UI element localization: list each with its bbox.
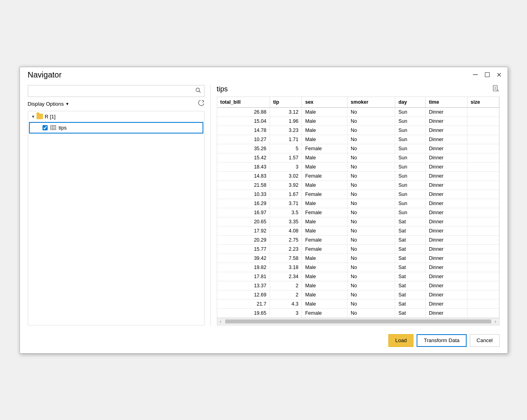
cell-sex: Male bbox=[302, 180, 347, 190]
cell-smoker: No bbox=[347, 299, 395, 308]
cell-tip: 2 bbox=[270, 290, 302, 299]
cell-time: Dinner bbox=[425, 308, 467, 317]
window-controls: ✕ bbox=[472, 71, 503, 78]
minimize-button[interactable] bbox=[472, 71, 479, 78]
cell-sex: Male bbox=[302, 281, 347, 290]
display-options-button[interactable]: Display Options ▼ bbox=[28, 101, 69, 107]
cell-sex: Male bbox=[302, 290, 347, 299]
table-row: 21.74.3MaleNoSatDinner bbox=[217, 299, 499, 308]
cell-smoker: No bbox=[347, 144, 395, 153]
table-row: 14.783.23MaleNoSunDinner bbox=[217, 126, 499, 135]
cell-day: Sun bbox=[395, 126, 426, 135]
cell-time: Dinner bbox=[425, 281, 467, 290]
cell-time: Dinner bbox=[425, 162, 467, 171]
svg-rect-1 bbox=[485, 73, 489, 77]
col-day: day bbox=[395, 97, 426, 108]
cell-size bbox=[467, 107, 499, 116]
transform-data-button[interactable]: Transform Data bbox=[417, 334, 467, 347]
cell-total_bill: 39.42 bbox=[217, 254, 270, 263]
svg-point-2 bbox=[196, 88, 199, 92]
cell-day: Sat bbox=[395, 272, 426, 281]
navigator-window: Navigator ✕ bbox=[19, 67, 508, 354]
cell-total_bill: 10.33 bbox=[217, 190, 270, 199]
cell-day: Sun bbox=[395, 190, 426, 199]
horizontal-scrollbar[interactable]: ‹ › bbox=[217, 318, 499, 325]
cell-total_bill: 20.29 bbox=[217, 235, 270, 244]
table-row: 10.271.71MaleNoSunDinner bbox=[217, 135, 499, 144]
preview-action-icon[interactable] bbox=[492, 85, 500, 93]
cell-total_bill: 16.97 bbox=[217, 208, 270, 217]
cell-size bbox=[467, 116, 499, 126]
table-icon bbox=[50, 125, 56, 130]
table-row: 35.265FemaleNoSunDinner bbox=[217, 144, 499, 153]
content-area: Display Options ▼ ▼ R [1] bbox=[20, 81, 508, 329]
cell-size bbox=[467, 299, 499, 308]
cell-day: Sun bbox=[395, 171, 426, 180]
cell-tip: 3.12 bbox=[270, 107, 302, 116]
cell-tip: 3 bbox=[270, 162, 302, 171]
cell-smoker: No bbox=[347, 308, 395, 317]
tree-group: ▼ R [1] bbox=[28, 111, 204, 135]
cell-smoker: No bbox=[347, 226, 395, 235]
cell-total_bill: 17.92 bbox=[217, 226, 270, 235]
search-input[interactable] bbox=[28, 86, 192, 95]
cell-smoker: No bbox=[347, 190, 395, 199]
tree-child-tips[interactable]: tips bbox=[29, 122, 203, 134]
col-total_bill: total_bill bbox=[217, 97, 270, 108]
table-row: 10.331.67FemaleNoSunDinner bbox=[217, 190, 499, 199]
cell-total_bill: 17.81 bbox=[217, 272, 270, 281]
cell-tip: 4.08 bbox=[270, 226, 302, 235]
load-button[interactable]: Load bbox=[388, 334, 413, 347]
scroll-left-button[interactable]: ‹ bbox=[217, 318, 224, 325]
cell-time: Dinner bbox=[425, 135, 467, 144]
cell-tip: 7.58 bbox=[270, 254, 302, 263]
table-row: 15.772.23FemaleNoSatDinner bbox=[217, 244, 499, 254]
tree-folder-label: R [1] bbox=[44, 114, 55, 120]
refresh-button[interactable] bbox=[198, 100, 205, 108]
cell-smoker: No bbox=[347, 199, 395, 208]
tree-folder-r[interactable]: ▼ R [1] bbox=[28, 112, 204, 121]
cell-time: Dinner bbox=[425, 299, 467, 308]
close-button[interactable]: ✕ bbox=[496, 71, 503, 78]
preview-title: tips bbox=[217, 85, 228, 93]
table-row: 26.883.12MaleNoSunDinner bbox=[217, 107, 499, 116]
cell-total_bill: 13.37 bbox=[217, 281, 270, 290]
cell-size bbox=[467, 208, 499, 217]
cell-sex: Male bbox=[302, 254, 347, 263]
search-icon bbox=[192, 86, 204, 96]
cell-time: Dinner bbox=[425, 208, 467, 217]
table-row: 14.833.02FemaleNoSunDinner bbox=[217, 171, 499, 180]
cell-sex: Female bbox=[302, 308, 347, 317]
cell-time: Dinner bbox=[425, 235, 467, 244]
tips-checkbox[interactable] bbox=[42, 125, 48, 130]
cell-day: Sat bbox=[395, 226, 426, 235]
table-row: 15.041.96MaleNoSunDinner bbox=[217, 116, 499, 126]
cell-size bbox=[467, 144, 499, 153]
cell-day: Sat bbox=[395, 235, 426, 244]
cell-time: Dinner bbox=[425, 263, 467, 272]
table-row: 21.583.92MaleNoSunDinner bbox=[217, 180, 499, 190]
right-panel: tips bbox=[210, 85, 500, 325]
cell-time: Dinner bbox=[425, 144, 467, 153]
folder-icon bbox=[37, 114, 43, 119]
cell-day: Sun bbox=[395, 135, 426, 144]
table-row: 16.293.71MaleNoSunDinner bbox=[217, 199, 499, 208]
cell-day: Sat bbox=[395, 290, 426, 299]
scroll-right-button[interactable]: › bbox=[492, 318, 499, 325]
cell-size bbox=[467, 217, 499, 226]
search-box[interactable] bbox=[28, 85, 205, 97]
cell-total_bill: 10.27 bbox=[217, 135, 270, 144]
cell-size bbox=[467, 263, 499, 272]
cancel-button[interactable]: Cancel bbox=[470, 334, 499, 347]
cell-size bbox=[467, 171, 499, 180]
cell-tip: 4.3 bbox=[270, 299, 302, 308]
cell-tip: 3.23 bbox=[270, 126, 302, 135]
cell-day: Sat bbox=[395, 244, 426, 254]
cell-tip: 3.71 bbox=[270, 199, 302, 208]
data-table-wrapper[interactable]: total_bill tip sex smoker day time size … bbox=[217, 97, 499, 318]
cell-smoker: No bbox=[347, 235, 395, 244]
cell-sex: Male bbox=[302, 162, 347, 171]
cell-day: Sat bbox=[395, 299, 426, 308]
maximize-button[interactable] bbox=[484, 71, 491, 78]
cell-size bbox=[467, 254, 499, 263]
